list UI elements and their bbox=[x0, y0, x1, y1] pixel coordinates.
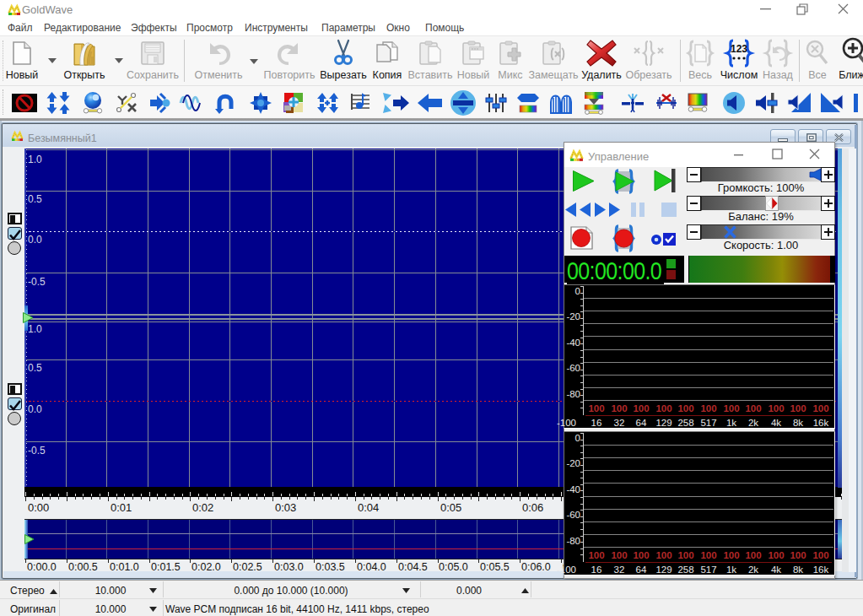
svg-text:123: 123 bbox=[731, 43, 747, 55]
